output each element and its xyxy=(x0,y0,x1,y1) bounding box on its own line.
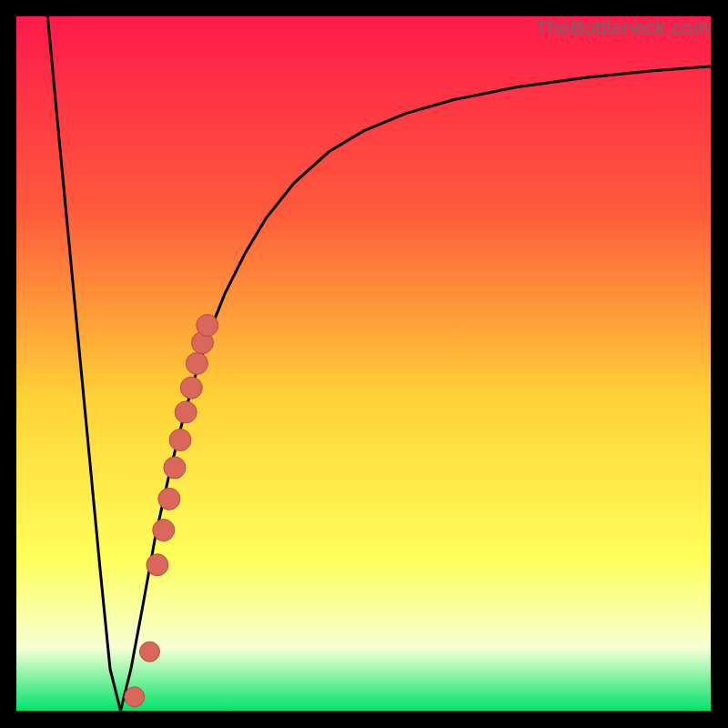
marker-dot xyxy=(125,687,145,707)
marker-dot xyxy=(186,353,207,375)
marker-dot xyxy=(158,488,180,510)
marker-dot xyxy=(175,401,197,423)
marker-dot xyxy=(164,457,186,479)
gradient-background xyxy=(16,16,711,711)
watermark-text: TheBottleneck.com xyxy=(535,16,710,40)
marker-dot xyxy=(169,429,191,450)
plot-area xyxy=(16,16,711,711)
marker-dot xyxy=(180,377,202,399)
marker-dot xyxy=(153,520,175,541)
marker-dot xyxy=(197,315,218,337)
marker-dot xyxy=(140,642,160,662)
chart-canvas xyxy=(16,16,711,711)
outer-frame: TheBottleneck.com xyxy=(0,0,728,728)
marker-dot xyxy=(147,554,168,576)
